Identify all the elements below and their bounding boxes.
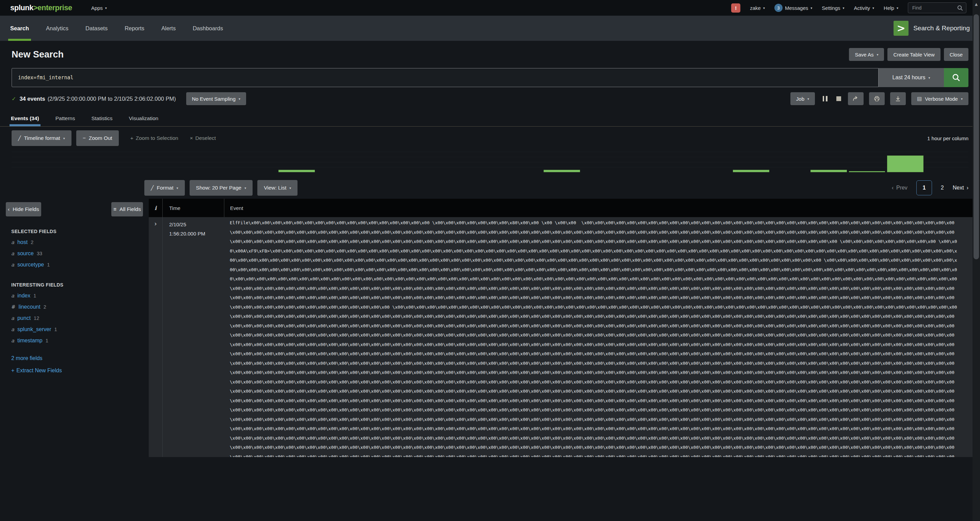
event-raw-text[interactable]: ElfFile\x00\x00\x00\x00\x00\x00\x00\x00\… [224,217,972,457]
zoom-to-selection-button[interactable]: + Zoom to Selection [130,135,178,141]
field-link[interactable]: punct [18,315,31,321]
app-tab-search[interactable]: Search [10,16,29,41]
user-label: zake [750,5,761,11]
zoom-out-button[interactable]: − Zoom Out [76,130,119,146]
results-area: ‹ Hide Fields ≡ All Fields SELECTED FIEL… [0,199,972,457]
scroll-up-arrow[interactable]: ▲ [972,2,980,6]
extract-new-fields-link[interactable]: + Extract New Fields [11,367,143,374]
more-fields-link[interactable]: 2 more fields [11,355,143,361]
save-as-button[interactable]: Save As ▾ [849,48,884,61]
pencil-icon: ╱ [151,185,154,191]
field-count: 2 [44,304,46,310]
hide-fields-button[interactable]: ‹ Hide Fields [6,202,41,216]
field-link[interactable]: sourcetype [18,262,44,268]
format-button[interactable]: ╱ Format ▾ [144,180,185,196]
time-range-picker[interactable]: Last 24 hours ▾ [878,68,944,87]
print-button[interactable] [869,92,885,105]
search-icon[interactable] [957,5,963,11]
app-tab-analytics[interactable]: Analytics [46,16,68,41]
event-expand-cell[interactable]: › [149,217,163,457]
tab-statistics[interactable]: Statistics [91,110,112,126]
stop-button[interactable] [835,96,843,101]
activity-menu[interactable]: Activity ▾ [854,5,875,11]
tab-patterns[interactable]: Patterns [56,110,75,126]
scrollbar-thumb[interactable] [974,14,979,259]
share-button[interactable] [848,92,864,105]
field-link[interactable]: splunk_server [18,326,51,332]
alert-badge[interactable]: ! [731,3,740,13]
field-link[interactable]: source [18,251,34,257]
find-input[interactable] [912,5,957,11]
field-item-host[interactable]: a host 2 [11,239,143,245]
field-item-punct[interactable]: a punct 12 [11,315,143,321]
download-icon [894,95,901,102]
timeline-bar[interactable] [887,156,923,172]
field-link[interactable]: linecount [19,304,40,310]
export-button[interactable] [890,92,906,105]
event-time-cell: 2/10/25 1:56:20.000 PM [163,217,224,457]
page-2-button[interactable]: 2 [941,185,944,191]
tab-events[interactable]: Events (34) [11,110,39,126]
timeline-bar[interactable] [278,170,315,172]
timeline-bar[interactable] [544,170,580,172]
search-query-input[interactable] [18,74,873,81]
timeline-bar[interactable] [810,170,847,172]
search-mode-button[interactable]: ▤ Verbose Mode ▾ [911,92,969,105]
chevron-left-icon: ‹ [8,206,10,212]
user-menu[interactable]: zake ▾ [750,5,765,11]
expand-chevron-icon[interactable]: › [154,220,157,227]
deselect-button[interactable]: × Deselect [190,135,216,141]
chevron-down-icon: ▾ [872,6,874,10]
app-tab-dashboards[interactable]: Dashboards [192,16,223,41]
page-1-button[interactable]: 1 [916,180,932,195]
create-table-view-button[interactable]: Create Table View [888,48,940,61]
app-tab-datasets[interactable]: Datasets [86,16,108,41]
next-page-button[interactable]: Next › [953,185,969,191]
timeline-bar[interactable] [849,171,885,172]
result-tabs: Events (34) Patterns Statistics Visualiz… [0,110,980,127]
event-sampling-button[interactable]: No Event Sampling ▾ [186,92,246,105]
app-tab-alerts[interactable]: Alerts [161,16,176,41]
app-tab-reports[interactable]: Reports [124,16,144,41]
timeline-chart[interactable] [11,148,969,172]
format-label: Format [157,185,173,191]
timeline-format-button[interactable]: ╱ Timeline format ▾ [11,130,72,146]
vertical-scrollbar[interactable]: ▲ [972,0,980,521]
field-item-linecount[interactable]: # linecount 2 [11,304,143,310]
help-menu[interactable]: Help ▾ [884,5,898,11]
apps-menu[interactable]: Apps ▾ [91,5,107,11]
field-count: 33 [37,251,42,256]
event-sampling-label: No Event Sampling [192,96,235,102]
plus-icon: + [130,135,134,141]
field-type-icon: a [11,239,14,245]
job-menu-button[interactable]: Job ▾ [791,92,815,105]
search-query-box[interactable] [11,68,878,87]
save-as-label: Save As [855,52,873,57]
field-item-index[interactable]: a index 1 [11,293,143,299]
minus-icon: − [83,135,86,141]
splunk-logo[interactable]: splunk>enterprise [10,3,72,12]
field-link[interactable]: host [18,239,27,245]
pause-button[interactable] [820,96,830,102]
messages-menu[interactable]: 3 Messages ▾ [775,4,812,12]
tab-visualization[interactable]: Visualization [129,110,158,126]
field-item-timestamp[interactable]: a timestamp 1 [11,338,143,344]
view-button[interactable]: View: List ▾ [257,180,298,196]
field-link[interactable]: timestamp [18,338,43,344]
messages-count-badge: 3 [775,4,783,12]
run-search-button[interactable] [944,68,969,87]
prev-page-button[interactable]: ‹ Prev [892,185,907,191]
field-item-splunk-server[interactable]: a splunk_server 1 [11,326,143,332]
chevron-right-icon: › [967,185,969,191]
all-fields-button[interactable]: ≡ All Fields [111,202,143,216]
find-search-box[interactable] [908,2,966,13]
field-item-source[interactable]: a source 33 [11,251,143,257]
settings-menu[interactable]: Settings ▾ [822,5,844,11]
field-item-sourcetype[interactable]: a sourcetype 1 [11,262,143,268]
event-count: 34 events [19,95,45,102]
timeline-bar[interactable] [733,170,769,172]
per-page-button[interactable]: Show: 20 Per Page ▾ [189,180,253,196]
page-header: New Search Save As ▾ Create Table View C… [0,41,980,68]
field-link[interactable]: index [18,293,30,299]
close-button[interactable]: Close [944,48,969,61]
